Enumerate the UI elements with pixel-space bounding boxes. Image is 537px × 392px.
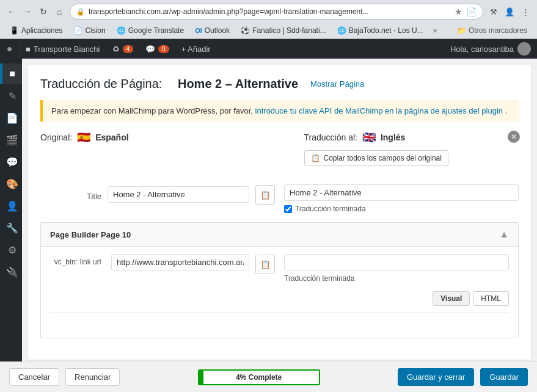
sidebar-icon-dashboard[interactable]: ■ xyxy=(0,64,22,84)
sidebar-icon-appearance[interactable]: 🎨 xyxy=(0,173,22,194)
copy-icon: 📋 xyxy=(311,154,320,162)
wp-howdy[interactable]: Hola, carlosantiba xyxy=(444,42,537,56)
original-col: Original: 🇪🇸 Español xyxy=(40,131,255,172)
url-text: transportebianchi.com.ar/wp-admin/admin.… xyxy=(89,7,369,16)
translation-lang: Inglés xyxy=(381,132,405,142)
editor-tabs: Visual HTML xyxy=(284,291,509,306)
progress-container: 4% Complete xyxy=(198,369,320,385)
lock-icon: 🔒 xyxy=(76,8,85,16)
page-builder-section: Page Builder Page 10 ▲ vc_btn: link url … xyxy=(40,222,519,338)
visual-tab-btn[interactable]: Visual xyxy=(433,291,470,306)
title-done-checkbox[interactable] xyxy=(284,205,292,213)
translation-col: Traducción al: 🇬🇧 Inglés 📋 Copiar todos … xyxy=(304,131,519,172)
more-rows-placeholder xyxy=(50,312,509,330)
profile-button[interactable]: 👤 xyxy=(503,5,516,18)
wp-updates[interactable]: ♻ 4 xyxy=(106,39,140,59)
main-wrap: ✕ Traducción de Página: Home 2 – Alterna… xyxy=(28,65,531,360)
sidebar-icon-users[interactable]: 👤 xyxy=(0,195,22,216)
sidebar-icon-plugins[interactable]: 🔌 xyxy=(0,261,22,282)
sidebar-icon-posts[interactable]: ✎ xyxy=(0,85,22,106)
title-row: Title 📋 Traducción terminada xyxy=(40,184,519,213)
sidebar-icon-media[interactable]: 🎬 xyxy=(0,129,22,150)
vc-btn-label: vc_btn: link url xyxy=(50,254,105,266)
title-done-label: Traducción terminada xyxy=(295,205,366,213)
html-tab-btn[interactable]: HTML xyxy=(473,291,509,306)
updates-icon: ♻ xyxy=(112,45,120,54)
section-header[interactable]: Page Builder Page 10 ▲ xyxy=(41,223,518,247)
translation-header: Traducción al: 🇬🇧 Inglés xyxy=(304,131,519,144)
extensions-button[interactable]: ⚒ xyxy=(487,5,500,18)
translation-label: Traducción al: xyxy=(304,132,357,142)
wp-comments[interactable]: 💬 0 xyxy=(139,39,175,59)
progress-label: 4% Complete xyxy=(198,369,320,385)
wp-logo[interactable]: ● xyxy=(0,39,20,59)
title-translation: Traducción terminada xyxy=(284,184,519,213)
original-header: Original: 🇪🇸 Español xyxy=(40,131,255,144)
back-button[interactable]: ← xyxy=(5,5,18,18)
home-button[interactable]: ⌂ xyxy=(53,5,66,18)
title-translation-input[interactable] xyxy=(284,184,519,201)
bottom-bar: Cancelar Renunciar 4% Complete Guardar y… xyxy=(0,361,537,392)
page-heading: Traducción de Página: Home 2 – Alternati… xyxy=(40,77,519,91)
close-button[interactable]: ✕ xyxy=(508,131,520,143)
title-copy-btn[interactable]: 📋 xyxy=(255,185,275,205)
browser-chrome: ← → ↻ ⌂ 🔒 transportebianchi.com.ar/wp-ad… xyxy=(0,0,537,39)
bookmarks-overflow[interactable]: » xyxy=(429,25,441,36)
sidebar-icon-settings[interactable]: ⚙ xyxy=(0,239,22,260)
forward-button[interactable]: → xyxy=(21,5,34,18)
wp-logo-icon: ● xyxy=(7,43,13,54)
wp-site-name[interactable]: ■ Transporte Bianchi xyxy=(20,39,106,59)
outlook-icon: Ol xyxy=(195,27,202,34)
mailchimp-notice: Para empezar con MailChimp para WordPres… xyxy=(40,100,519,122)
reader-icon[interactable]: 📄 xyxy=(466,7,477,16)
copy-icon: 📋 xyxy=(260,260,271,269)
notice-link[interactable]: introduce tu clave API de MailChimp en l… xyxy=(255,106,503,115)
vc-btn-row: vc_btn: link url 📋 Traducción terminada xyxy=(50,254,509,306)
bookmark-cision[interactable]: 📄 Cision xyxy=(68,25,110,36)
wp-admin-bar-items: ■ Transporte Bianchi ♻ 4 💬 0 + Añadir Ho… xyxy=(20,39,537,59)
bookmark-outlook[interactable]: Ol Outlook xyxy=(190,25,235,36)
wp-add-new[interactable]: + Añadir xyxy=(175,39,217,59)
page-name: Home 2 – Alternative xyxy=(178,77,298,91)
vc-btn-done-row: Traducción terminada xyxy=(284,274,509,283)
menu-button[interactable]: ⋮ xyxy=(519,5,532,18)
original-label: Original: xyxy=(40,132,72,142)
vc-btn-original-input[interactable] xyxy=(111,254,249,270)
copy-all-btn[interactable]: 📋 Copiar todos los campos del original xyxy=(304,150,448,166)
vc-btn-copy-btn[interactable]: 📋 xyxy=(255,255,275,274)
wp-sidebar: ■ ✎ 📄 🎬 💬 🎨 👤 🔧 ⚙ 🔌 W xyxy=(0,59,22,392)
save-close-button[interactable]: Guardar y cerrar xyxy=(398,368,474,386)
sidebar-icon-tools[interactable]: 🔧 xyxy=(0,217,22,238)
collapse-icon[interactable]: ▲ xyxy=(499,229,509,240)
vc-btn-translation: Traducción terminada Visual HTML xyxy=(284,254,509,306)
bookmark-apps[interactable]: 📱 Aplicaciones xyxy=(5,25,67,36)
translation-columns: Original: 🇪🇸 Español Traducción al: 🇬🇧 I… xyxy=(40,131,519,172)
show-page-link[interactable]: Mostrar Página xyxy=(310,79,364,89)
browser-toolbar: ← → ↻ ⌂ 🔒 transportebianchi.com.ar/wp-ad… xyxy=(0,0,537,23)
sidebar-icon-pages[interactable]: 📄 xyxy=(0,107,22,128)
save-button[interactable]: Guardar xyxy=(480,368,528,386)
section-body: vc_btn: link url 📋 Traducción terminada xyxy=(41,247,518,338)
section-title: Page Builder Page 10 xyxy=(50,230,131,239)
sidebar-icon-comments[interactable]: 💬 xyxy=(0,151,22,172)
bookmark-bajatodo[interactable]: 🌐 BajaTodo.net - Los U... xyxy=(332,25,428,36)
title-done-row: Traducción terminada xyxy=(284,205,519,213)
comments-icon: 💬 xyxy=(145,45,155,54)
cancel-button[interactable]: Cancelar xyxy=(9,368,59,386)
notice-text: Para empezar con MailChimp para WordPres… xyxy=(51,106,253,115)
bookmark-folder[interactable]: 📁 Otros marcadores xyxy=(452,25,532,36)
refresh-button[interactable]: ↻ xyxy=(37,5,50,18)
browser-nav-buttons: ← → ↻ ⌂ xyxy=(5,5,66,18)
dashboard-icon: ■ xyxy=(26,45,31,54)
fanatico-icon: ⚽ xyxy=(241,26,250,35)
address-bar[interactable]: 🔒 transportebianchi.com.ar/wp-admin/admi… xyxy=(70,4,483,20)
star-icon[interactable]: ★ xyxy=(455,7,462,16)
original-lang: Español xyxy=(95,132,128,142)
resign-button[interactable]: Renunciar xyxy=(65,368,120,386)
title-original-input[interactable] xyxy=(108,186,249,203)
bookmarks-bar: 📱 Aplicaciones 📄 Cision 🌐 Google Transla… xyxy=(0,23,537,38)
bookmark-google-translate[interactable]: 🌐 Google Translate xyxy=(112,25,189,36)
vc-btn-translation-input[interactable] xyxy=(284,254,509,270)
bookmark-fanatico[interactable]: ⚽ Fanatico | Sdd-fanati... xyxy=(236,25,331,36)
translation-flag: 🇬🇧 xyxy=(362,131,376,144)
